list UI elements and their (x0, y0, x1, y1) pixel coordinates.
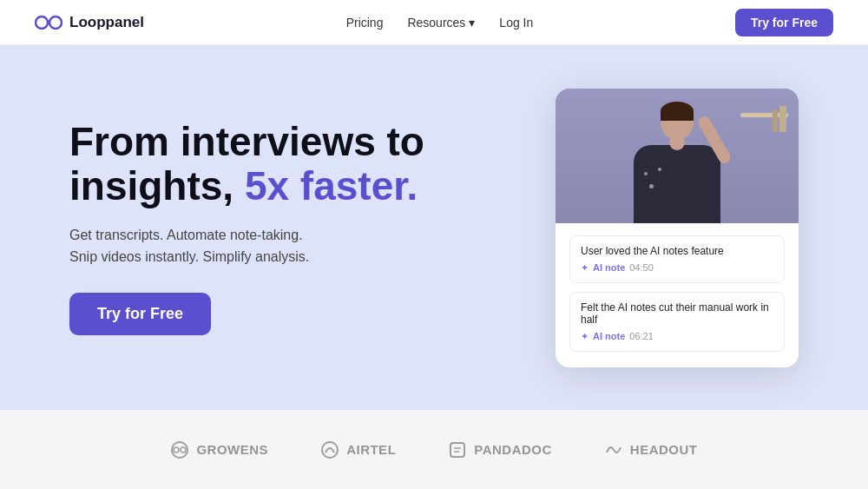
hero-demo-card: User loved the AI notes feature ✦ AI not… (556, 89, 799, 367)
airtel-icon (320, 440, 339, 459)
logo[interactable]: Looppanel (35, 14, 144, 31)
video-thumbnail (556, 89, 799, 223)
logo-pandadoc: PandaDoc (448, 440, 552, 459)
growens-text: GROWENS (196, 442, 268, 457)
svg-point-0 (36, 17, 48, 29)
svg-point-1 (49, 17, 62, 29)
ai-icon-1: ✦ (581, 262, 589, 274)
hero-subtext: Get transcripts. Automate note-taking. S… (69, 224, 424, 268)
logos-section: GROWENS airtel PandaDoc headout (0, 410, 868, 489)
pandadoc-icon (448, 440, 467, 459)
headout-icon (604, 440, 623, 459)
note-tag-1: ✦ AI note 04:50 (581, 262, 773, 274)
nav-pricing[interactable]: Pricing (346, 16, 384, 30)
logo-headout: headout (604, 440, 698, 459)
note-item-2: Felt the AI notes cut their manual work … (569, 292, 785, 352)
logo-growens: GROWENS (170, 440, 268, 459)
hero-heading: From interviews to insights, 5x faster. (69, 120, 424, 208)
chevron-down-icon: ▾ (469, 16, 475, 30)
logo-text: Looppanel (69, 14, 144, 31)
hero-cta-button[interactable]: Try for Free (69, 293, 211, 335)
nav-links: Pricing Resources ▾ Log In (346, 16, 534, 30)
nav-cta-button[interactable]: Try for Free (735, 9, 833, 36)
svg-point-4 (181, 447, 186, 453)
note-text-2: Felt the AI notes cut their manual work … (581, 301, 773, 326)
growens-icon (170, 440, 189, 459)
note-text-1: User loved the AI notes feature (581, 245, 773, 257)
nav-login[interactable]: Log In (499, 16, 533, 30)
hero-section: From interviews to insights, 5x faster. … (0, 45, 868, 410)
hero-content: From interviews to insights, 5x faster. … (69, 120, 424, 334)
note-item-1: User loved the AI notes feature ✦ AI not… (569, 235, 785, 283)
headout-text: headout (630, 442, 698, 457)
airtel-text: airtel (346, 442, 396, 457)
logo-airtel: airtel (320, 440, 396, 459)
navbar: Looppanel Pricing Resources ▾ Log In Try… (0, 0, 868, 45)
pandadoc-text: PandaDoc (474, 442, 552, 457)
ai-icon-2: ✦ (581, 331, 589, 342)
svg-point-5 (322, 442, 338, 458)
svg-rect-6 (450, 443, 464, 457)
logo-icon (35, 16, 62, 30)
note-tag-2: ✦ AI note 06:21 (581, 331, 773, 342)
ai-notes-list: User loved the AI notes feature ✦ AI not… (556, 223, 799, 367)
svg-point-3 (174, 447, 179, 453)
nav-resources[interactable]: Resources ▾ (407, 16, 475, 30)
